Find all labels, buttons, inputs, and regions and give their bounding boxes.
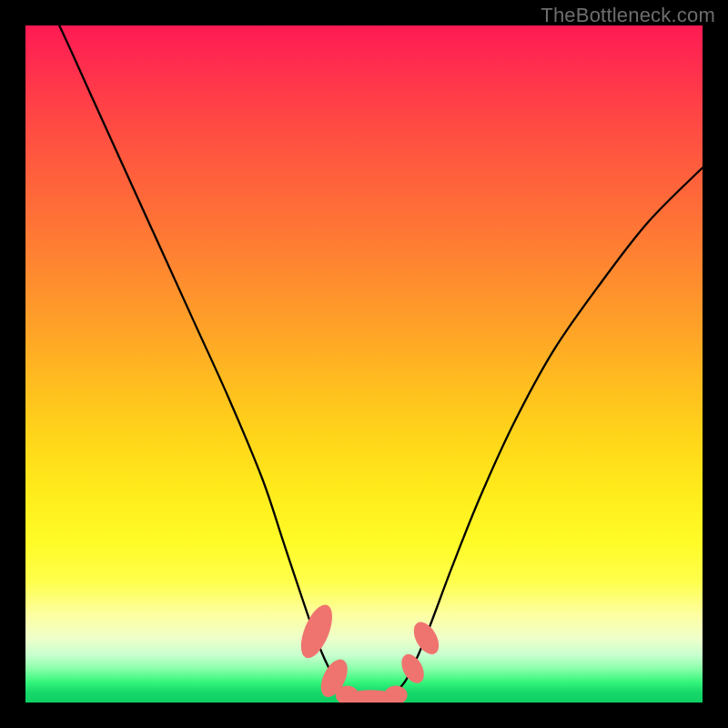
curve-marker: [384, 685, 407, 703]
plot-area: [25, 25, 703, 703]
bottleneck-curve: [25, 25, 703, 698]
curve-marker: [295, 601, 339, 662]
curve-marker: [397, 651, 428, 687]
curve-markers: [295, 601, 444, 703]
chart-frame: TheBottleneck.com: [0, 0, 728, 728]
curve-marker: [409, 618, 444, 659]
bottleneck-curve-svg: [25, 25, 703, 703]
watermark-text: TheBottleneck.com: [541, 4, 715, 27]
